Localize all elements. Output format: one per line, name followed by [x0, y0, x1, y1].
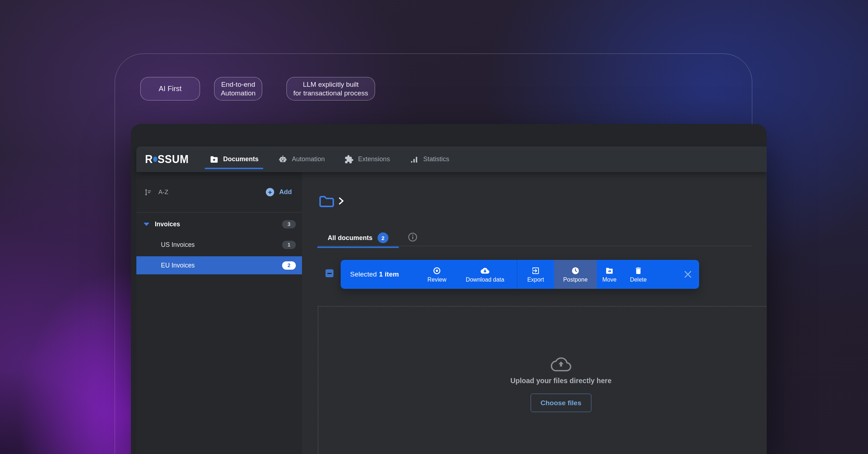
indeterminate-dash-icon: [327, 273, 332, 274]
folder-move-icon: [605, 266, 614, 275]
sidebar-toolbar: A-Z + Add: [136, 172, 302, 212]
close-icon: [682, 269, 693, 280]
app-window: RSSUM Documents: [131, 124, 767, 454]
button-label: Export: [527, 277, 544, 283]
queue-count-badge: 3: [282, 220, 296, 228]
badge-text-line2: Automation: [221, 89, 255, 97]
active-tab-underline: [317, 247, 399, 248]
add-queue-button[interactable]: + Add: [266, 188, 292, 196]
button-label: Move: [602, 277, 616, 283]
folder-star-icon: [209, 155, 219, 164]
tab-label: Automation: [292, 155, 325, 163]
review-button[interactable]: Review: [421, 260, 453, 289]
queue-label: EU Invoices: [161, 262, 195, 269]
badge-ai-first: AI First: [140, 77, 200, 100]
active-tab-underline: [205, 168, 263, 169]
delete-button[interactable]: Delete: [622, 260, 655, 289]
queue-label: US Invoices: [161, 241, 195, 249]
sidebar-item-invoices[interactable]: Invoices 3: [136, 215, 302, 233]
queue-list: Invoices 3 US Invoices 1 EU Invoices 2: [136, 215, 302, 274]
rossum-logo: RSSUM: [145, 153, 188, 166]
tab-label: All documents: [328, 234, 373, 242]
button-label: Delete: [630, 277, 647, 283]
top-navbar: RSSUM Documents: [136, 146, 767, 172]
caret-down-icon[interactable]: [144, 223, 149, 226]
sort-icon[interactable]: [144, 188, 152, 197]
export-button[interactable]: Export: [517, 260, 554, 289]
tab-label: Documents: [223, 155, 259, 163]
upload-title: Upload your files directly here: [510, 377, 612, 385]
download-data-button[interactable]: Download data: [453, 260, 517, 289]
sidebar-item-us-invoices[interactable]: US Invoices 1: [136, 236, 302, 254]
robot-icon: [278, 155, 288, 164]
queue-label: Invoices: [155, 220, 180, 228]
selection-toolbar: Selected 1 item Review Download data: [341, 260, 699, 289]
close-toolbar-button[interactable]: [677, 260, 699, 289]
badge-text-line1: End-to-end: [221, 80, 255, 89]
logo-letters: SSUM: [158, 153, 189, 166]
sort-order-label[interactable]: A-Z: [158, 189, 168, 196]
add-label: Add: [279, 188, 292, 196]
move-button[interactable]: Move: [597, 260, 622, 289]
tab-statistics[interactable]: Statistics: [400, 146, 459, 172]
tab-row-divider: [317, 246, 752, 246]
tab-all-documents[interactable]: All documents 2: [317, 229, 399, 247]
cloud-upload-icon: [550, 356, 571, 372]
bar-chart-icon: [409, 155, 419, 164]
badge-text: AI First: [159, 84, 182, 93]
button-label: Review: [427, 277, 446, 283]
badge-llm-built: LLM explicitly built for transactional p…: [286, 77, 375, 100]
eye-icon: [433, 266, 441, 275]
button-label: Postpone: [563, 277, 588, 283]
logo-letter: R: [145, 153, 153, 166]
button-label: Download data: [466, 277, 505, 283]
badge-end-to-end-automation: End-to-end Automation: [214, 77, 262, 100]
clock-icon: [571, 266, 580, 275]
choose-files-button[interactable]: Choose files: [531, 394, 591, 412]
queue-count-badge: 2: [282, 261, 296, 270]
documents-main-panel: All documents 2 Selected 1 item: [302, 172, 767, 454]
puzzle-icon: [344, 155, 354, 164]
folder-outline-icon[interactable]: [319, 194, 334, 207]
upload-dropzone[interactable]: Upload your files directly here Choose f…: [318, 306, 767, 454]
sidebar: A-Z + Add Invoices 3 US Invoices 1: [136, 172, 302, 454]
marketing-background: AI First End-to-end Automation LLM expli…: [0, 0, 868, 454]
badge-text-line1: LLM explicitly built: [303, 80, 358, 89]
trash-icon: [634, 266, 643, 275]
selected-count-label: Selected 1 item: [341, 260, 421, 289]
tab-label: Extensions: [358, 155, 390, 163]
tab-automation[interactable]: Automation: [268, 146, 335, 172]
queue-count-badge: 1: [282, 241, 296, 249]
logo-o-ring: [153, 157, 157, 162]
postpone-button[interactable]: Postpone: [554, 260, 597, 289]
sidebar-item-eu-invoices[interactable]: EU Invoices 2: [136, 256, 302, 274]
selected-prefix: Selected: [350, 270, 377, 278]
tab-label: Statistics: [423, 155, 449, 163]
badge-text-line2: for transactional process: [293, 89, 368, 97]
export-icon: [531, 266, 540, 275]
upload-content: Upload your files directly here Choose f…: [510, 356, 612, 412]
tab-extensions[interactable]: Extensions: [335, 146, 400, 172]
sidebar-divider: [136, 212, 302, 213]
document-count-badge: 2: [378, 232, 388, 243]
info-icon[interactable]: [408, 232, 417, 242]
cloud-download-icon: [481, 266, 489, 275]
tab-documents[interactable]: Documents: [200, 146, 268, 172]
selected-count: 1 item: [379, 270, 399, 278]
chevron-right-icon: [338, 197, 345, 205]
plus-icon: +: [266, 188, 274, 196]
select-all-checkbox[interactable]: [326, 269, 333, 277]
